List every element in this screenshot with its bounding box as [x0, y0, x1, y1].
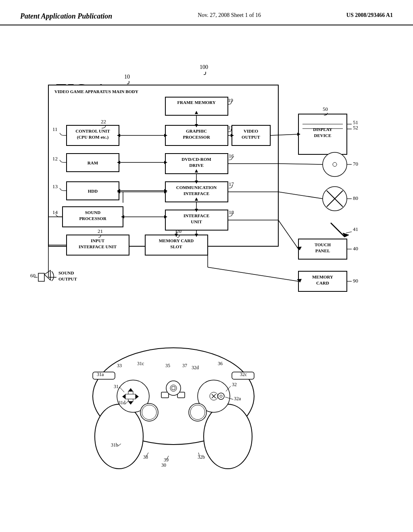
svg-text:31b: 31b	[111, 442, 118, 448]
svg-text:90: 90	[353, 278, 358, 284]
svg-rect-165	[93, 372, 115, 379]
svg-marker-108	[164, 190, 167, 193]
svg-text:PANEL: PANEL	[315, 248, 330, 253]
svg-text:31c: 31c	[137, 361, 144, 366]
svg-text:39: 39	[164, 457, 169, 463]
svg-marker-142	[175, 234, 178, 237]
svg-text:32d: 32d	[192, 365, 199, 370]
svg-point-164	[190, 405, 205, 420]
svg-rect-82	[298, 271, 347, 291]
svg-text:51: 51	[353, 119, 358, 125]
svg-text:PROCESSOR: PROCESSOR	[183, 135, 210, 139]
svg-text:32a: 32a	[234, 396, 241, 401]
svg-marker-152	[136, 394, 139, 399]
svg-text:18: 18	[229, 209, 234, 215]
svg-marker-98	[117, 161, 120, 164]
svg-text:80: 80	[353, 195, 358, 201]
svg-line-73	[331, 223, 345, 237]
svg-text:TOUCH: TOUCH	[315, 242, 331, 247]
svg-marker-114	[297, 247, 302, 250]
svg-text:(CPU ROM etc.): (CPU ROM etc.)	[77, 135, 109, 140]
svg-line-127	[278, 164, 323, 164]
svg-point-163	[189, 403, 206, 421]
publication-date: Nov. 27, 2008 Sheet 1 of 16	[198, 12, 261, 19]
svg-text:12: 12	[52, 156, 58, 162]
svg-rect-160	[177, 392, 185, 398]
svg-line-185	[125, 400, 129, 404]
svg-text:16: 16	[229, 153, 234, 159]
svg-text:VIDEO GAME APPARATUS MAIN BODY: VIDEO GAME APPARATUS MAIN BODY	[54, 89, 138, 94]
svg-point-68	[323, 187, 347, 211]
svg-rect-8	[165, 125, 228, 145]
svg-marker-150	[128, 401, 133, 405]
svg-line-179	[119, 387, 124, 392]
svg-marker-123	[231, 134, 234, 137]
svg-rect-89	[38, 273, 44, 281]
svg-text:SLOT: SLOT	[170, 244, 182, 249]
svg-text:PROCESSOR: PROCESSOR	[79, 216, 106, 221]
svg-marker-120	[195, 111, 198, 114]
svg-text:CARD: CARD	[316, 281, 329, 285]
svg-text:32b: 32b	[198, 454, 205, 460]
svg-marker-95	[117, 134, 120, 137]
svg-rect-159	[161, 392, 169, 398]
svg-text:DRIVE: DRIVE	[189, 163, 203, 168]
page-header: Patent Application Publication Nov. 27, …	[0, 0, 413, 25]
svg-rect-27	[67, 125, 119, 145]
svg-text:INTERFACE UNIT: INTERFACE UNIT	[79, 244, 117, 249]
svg-point-161	[140, 403, 158, 421]
svg-marker-121	[195, 124, 198, 127]
svg-marker-100	[164, 189, 167, 192]
svg-text:35: 35	[165, 363, 170, 368]
svg-text:SOUND: SOUND	[85, 210, 101, 215]
svg-text:41: 41	[353, 226, 358, 232]
svg-text:DEVICE: DEVICE	[314, 133, 332, 138]
svg-line-117	[208, 267, 298, 281]
svg-rect-46	[67, 235, 129, 255]
svg-text:DVD/CD-ROM: DVD/CD-ROM	[181, 157, 211, 162]
svg-rect-147	[128, 391, 133, 401]
svg-text:31a: 31a	[97, 372, 104, 377]
svg-line-183	[225, 397, 233, 399]
svg-rect-54	[298, 114, 347, 154]
svg-text:31: 31	[114, 384, 119, 389]
svg-rect-33	[67, 154, 119, 172]
svg-text:UNIT: UNIT	[191, 219, 202, 224]
svg-line-69	[327, 191, 343, 207]
svg-point-144	[95, 404, 143, 469]
svg-rect-23	[165, 210, 228, 230]
svg-rect-15	[165, 154, 228, 174]
svg-text:21: 21	[98, 228, 103, 234]
svg-text:11: 11	[52, 126, 58, 132]
svg-rect-41	[63, 207, 123, 227]
svg-text:60: 60	[30, 272, 35, 278]
svg-text:52: 52	[353, 125, 358, 131]
svg-marker-140	[195, 209, 198, 212]
svg-marker-118	[297, 279, 302, 283]
svg-text:40: 40	[353, 245, 358, 251]
svg-point-154	[210, 392, 218, 400]
svg-text:70: 70	[353, 161, 358, 167]
svg-text:100: 100	[200, 64, 208, 70]
svg-marker-139	[195, 197, 198, 201]
svg-rect-19	[165, 182, 228, 202]
svg-point-158	[220, 395, 222, 397]
svg-text:HDD: HDD	[88, 189, 98, 193]
svg-line-181	[226, 386, 231, 391]
publication-title: Patent Application Publication	[20, 12, 112, 21]
svg-point-153	[198, 380, 230, 412]
svg-marker-109	[117, 190, 120, 193]
svg-text:31d: 31d	[118, 400, 125, 405]
svg-text:INPUT: INPUT	[91, 238, 105, 243]
svg-point-162	[142, 405, 156, 420]
svg-text:32c: 32c	[240, 372, 247, 377]
svg-text:10: 10	[124, 74, 130, 80]
svg-line-129	[278, 192, 323, 199]
svg-text:37: 37	[182, 363, 187, 368]
svg-text:INTERFACE: INTERFACE	[184, 191, 209, 196]
svg-rect-148	[125, 394, 136, 399]
svg-text:19: 19	[228, 97, 233, 103]
svg-text:INTERFACE: INTERFACE	[184, 213, 209, 218]
svg-text:38: 38	[143, 454, 148, 460]
svg-line-124	[270, 134, 298, 135]
